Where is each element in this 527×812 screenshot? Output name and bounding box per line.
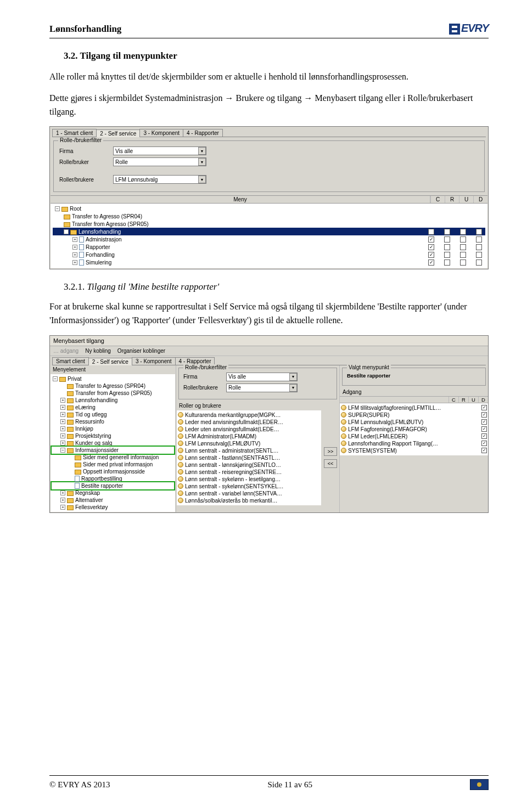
tab-rapporter[interactable]: 4 - Rapporter [175, 357, 215, 365]
tab-komponent[interactable]: 3 - Komponent [139, 129, 183, 137]
combo-rolle-bruker[interactable]: Rolle▼ [113, 157, 206, 166]
adgang-row[interactable]: SYSTEM(SYSTEM)✓ [341, 447, 487, 454]
move-right-button[interactable]: >> [324, 447, 337, 456]
checkbox[interactable] [460, 260, 466, 266]
tree-row[interactable]: −Lønnsforhandling✓ [53, 228, 485, 235]
tree-row[interactable]: Transfer from Agresso (SPR05) [52, 390, 174, 397]
checkbox[interactable] [476, 244, 482, 250]
checkbox[interactable] [476, 236, 482, 243]
list-item[interactable]: Lønn sentralt - sykelønn(SENTSYKEL… [178, 483, 320, 490]
tree-row[interactable]: Transfer from Agresso (SPR05) [53, 220, 485, 228]
adgang-row[interactable]: SUPER(SUPER)✓ [341, 411, 487, 419]
expander-icon[interactable]: + [60, 433, 65, 438]
tree-row[interactable]: Rapportbestilling [52, 475, 174, 482]
tree-row[interactable]: +Lønnsforhandling [52, 397, 174, 404]
expander-icon[interactable]: + [60, 505, 65, 510]
combo-firma[interactable]: Vis alle▼ [113, 146, 206, 155]
menu-tree[interactable]: −RootTransfer to Agresso (SPR04)Transfer… [51, 204, 487, 268]
expander-icon[interactable]: + [60, 412, 65, 417]
tree-row[interactable]: −Root [53, 205, 485, 212]
tree-row[interactable]: Sider med generell informasjon [52, 454, 174, 461]
expander-icon[interactable]: + [72, 252, 77, 257]
adgang-list[interactable]: LFM tillitsvalgt/fagforening(LFMTILL…✓SU… [340, 403, 488, 455]
chevron-down-icon[interactable]: ▼ [198, 176, 206, 183]
checkbox[interactable]: ✓ [428, 260, 434, 266]
checkbox[interactable] [476, 260, 482, 266]
tree-row[interactable]: +Kunder og salg [52, 439, 174, 447]
adgang-row[interactable]: Lønnsforhandling Rapport Tilgang(…✓ [341, 440, 487, 447]
checkbox[interactable] [460, 236, 466, 243]
checkbox[interactable] [476, 229, 482, 235]
expander-icon[interactable]: − [55, 206, 60, 211]
tree-row[interactable]: +Forhandling✓ [53, 251, 485, 258]
expander-icon[interactable]: + [72, 237, 77, 242]
tree-row[interactable]: Sider med privat informasjon [52, 461, 174, 468]
tab-smart-client[interactable]: Smart client [52, 357, 89, 365]
tree-row[interactable]: +Regnskap [52, 489, 174, 497]
expander-icon[interactable]: + [60, 490, 65, 495]
checkbox[interactable]: ✓ [428, 229, 434, 235]
expander-icon[interactable]: − [60, 448, 65, 453]
chevron-down-icon[interactable]: ▼ [289, 373, 297, 381]
tree-row[interactable]: Oppsett informasjonsside [52, 468, 174, 475]
checkbox[interactable]: ✓ [428, 236, 434, 243]
checkbox[interactable]: ✓ [481, 433, 487, 439]
tab-rapporter[interactable]: 4 - Rapporter [183, 129, 223, 137]
tree-row[interactable]: +Administrasjon✓ [53, 235, 485, 243]
list-item[interactable]: Leder med anvisningsfullmakt(LEDER… [178, 419, 320, 426]
tree-row[interactable]: Transfer to Agresso (SPR04) [53, 212, 485, 220]
tree-row[interactable]: −Informasjonssider [52, 447, 174, 454]
checkbox[interactable]: ✓ [428, 252, 434, 258]
checkbox[interactable] [444, 244, 450, 250]
checkbox[interactable] [460, 252, 466, 258]
chevron-down-icon[interactable]: ▼ [198, 147, 206, 155]
checkbox[interactable] [444, 229, 450, 235]
checkbox[interactable] [444, 236, 450, 243]
adgang-row[interactable]: LFM tillitsvalgt/fagforening(LFMTILL…✓ [341, 404, 487, 411]
tree-row[interactable]: +Alternativer [52, 497, 174, 504]
expander-icon[interactable]: + [60, 441, 65, 446]
tree-row[interactable]: +Ressursinfo [52, 418, 174, 425]
checkbox[interactable] [460, 244, 466, 250]
list-item[interactable]: Kulturarenda merkantilgruppe(MGPK… [178, 411, 320, 419]
adgang-row[interactable]: LFM Fagforening(LFMFAGFOR)✓ [341, 426, 487, 433]
tree-row[interactable]: Bestilte rapporter [52, 482, 174, 489]
tree-row[interactable]: +eLæring [52, 404, 174, 411]
checkbox[interactable]: ✓ [481, 419, 487, 425]
checkbox[interactable]: ✓ [481, 405, 487, 410]
checkbox[interactable]: ✓ [481, 412, 487, 418]
list-item[interactable]: Lønn sentralt - sykelønn - lesetilgang… [178, 476, 320, 483]
tree-row[interactable]: +Rapporter✓ [53, 243, 485, 251]
tab-self-service[interactable]: 2 - Self service [88, 358, 132, 365]
chevron-down-icon[interactable]: ▼ [289, 384, 297, 392]
tree-row[interactable]: +Tid og utlegg [52, 411, 174, 418]
move-left-button[interactable]: << [324, 459, 337, 468]
adgang-row[interactable]: LFM Leder(LFMLEDER)✓ [341, 433, 487, 440]
menu-element-tree[interactable]: −PrivatTransfer to Agresso (SPR04)Transf… [51, 374, 175, 512]
tree-row[interactable]: +Simulering✓ [53, 258, 485, 266]
checkbox[interactable] [444, 260, 450, 266]
checkbox[interactable]: ✓ [481, 448, 487, 453]
expander-icon[interactable]: + [60, 405, 65, 410]
list-item[interactable]: LFM Administrator(LFMADM) [178, 433, 320, 440]
adgang-row[interactable]: LFM Lønnsutvalg(LFMLØUTV)✓ [341, 419, 487, 426]
expander-icon[interactable]: − [64, 229, 69, 234]
available-roles-list[interactable]: Kulturarenda merkantilgruppe(MGPK…Leder … [177, 410, 321, 505]
expander-icon[interactable]: + [60, 426, 65, 431]
expander-icon[interactable]: + [60, 498, 65, 503]
expander-icon[interactable]: − [53, 376, 58, 381]
tree-row[interactable]: +Fellesverktøy [52, 504, 174, 511]
tree-row[interactable]: +Prosjektstyring [52, 432, 174, 439]
tree-row[interactable]: −Privat [52, 375, 174, 382]
combo-roller-brukere[interactable]: Rolle▼ [226, 384, 298, 392]
tree-row[interactable]: Transfer to Agresso (SPR04) [52, 382, 174, 390]
combo-firma[interactable]: Vis alle▼ [226, 373, 298, 381]
list-item[interactable]: Lønn sentralt - administrator(SENTL… [178, 447, 320, 454]
list-item[interactable]: Lønn sentralt - reiseregning(SENTRE… [178, 469, 320, 476]
toolbar-ny-kobling[interactable]: Ny kobling [85, 348, 111, 354]
checkbox[interactable] [460, 229, 466, 235]
expander-icon[interactable]: + [72, 245, 77, 250]
list-item[interactable]: Leder uten anvisningsfullmakt(LEDE… [178, 426, 320, 433]
toolbar-organiser[interactable]: Organiser koblinger [117, 348, 165, 354]
checkbox[interactable]: ✓ [481, 441, 487, 446]
